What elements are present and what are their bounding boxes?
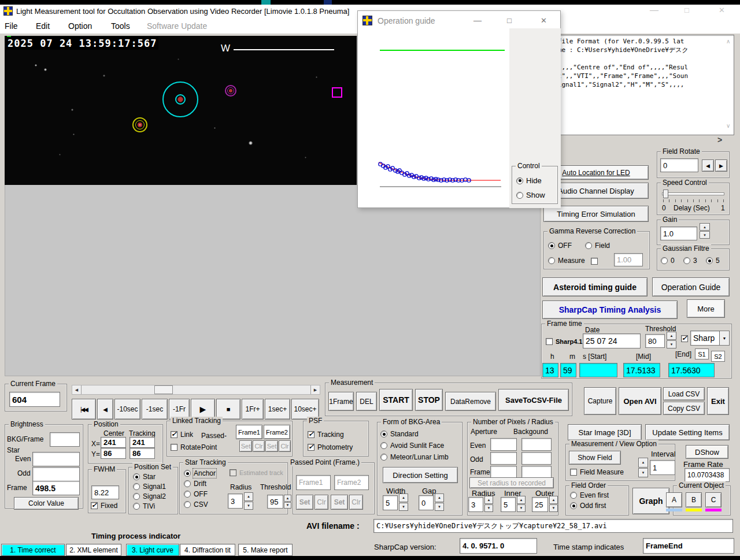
star-image-3d-button[interactable]: Star Image [3D] [568,424,642,440]
gamma-measure-radio[interactable]: Measure [548,257,585,265]
color-value-button[interactable]: Color Value [14,497,79,510]
menu-file[interactable]: File [5,21,18,31]
linked-frame2-button[interactable]: Frame2 [264,425,290,439]
spin-up-icon[interactable]: ▲ [549,496,558,504]
set-radius-recorded-button[interactable]: Set radius to recorded [469,477,554,488]
save-to-csv-button[interactable]: SaveToCSV-File [498,389,569,411]
fwhm-fixed-checkbox[interactable]: Fixed [91,502,117,510]
copy-csv-button[interactable]: Copy CSV [663,402,705,415]
video-frame[interactable]: 2025 07 24 13:59:17:567 W [5,36,357,185]
guide-maximize-icon[interactable]: □ [507,16,512,25]
position-set-star-radio[interactable]: Star [133,473,156,481]
interval-input[interactable]: 1 [650,460,675,475]
load-csv-button[interactable]: Load CSV [663,387,705,400]
bkg-meteor-limb-radio[interactable]: Meteor/Lunar Limb [380,453,449,461]
linked-frame1-button[interactable]: Frame1 [236,425,262,439]
spin-down-icon[interactable]: ▼ [284,502,291,509]
sharpcap-timing-analysis-button[interactable]: SharpCap Timing Analysis [542,301,678,319]
tracking-anchor-radio[interactable]: Anchor [184,469,216,477]
maximize-button[interactable]: □ [684,6,689,14]
spin-up-icon[interactable]: ▲ [284,495,291,502]
spin-down-icon[interactable]: ▼ [484,505,493,513]
date-input[interactable]: 25 07 24 [583,333,641,348]
gamma-value-input[interactable]: 1.00 [614,253,643,266]
fwhm-field[interactable]: 8.22 [91,485,119,499]
object-c-button[interactable]: C [705,492,722,507]
data-remove-button[interactable]: DataRemove [445,392,496,411]
update-setting-items-button[interactable]: Update Setting Items [645,424,730,440]
sharp41-checkbox[interactable]: Sharp4.1 [546,338,582,345]
seek-left-arrow[interactable]: ◀ [72,385,82,394]
graph-button[interactable]: Graph [632,488,669,514]
log-scroll-right-icon[interactable]: > [717,135,722,144]
field-rotate-input[interactable]: 0 [660,158,698,172]
minimize-button[interactable]: — [650,5,658,14]
psf-tracking-checkbox[interactable]: Tracking [308,431,344,439]
even-first-radio[interactable]: Even first [570,491,609,499]
gain-input[interactable]: 1.0 [660,227,697,240]
gamma-field-radio[interactable]: Field [585,242,610,250]
plus-1sec-button[interactable]: 1sec+ [265,399,290,420]
link-checkbox[interactable]: Link [171,431,193,439]
guide-close-icon[interactable]: ✕ [541,16,547,25]
tab-make-report[interactable]: 5. Make report [238,544,293,556]
field-rotate-right-button[interactable]: ▶ [715,160,727,172]
position-set-tivi-radio[interactable]: TIVi [133,502,155,510]
guide-minimize-icon[interactable]: — [473,16,482,25]
passed-clr2-button[interactable]: Clr [349,495,363,510]
speed-slider-track[interactable] [662,192,724,195]
passed-set2-button[interactable]: Set [331,495,348,510]
bkg-frame-field[interactable] [50,432,80,447]
spin-down-icon[interactable]: ▼ [435,503,444,511]
speed-slider-thumb[interactable] [663,190,668,198]
tracking-off-radio[interactable]: OFF [184,490,208,498]
hour-field[interactable]: 13 [542,363,558,377]
spin-up-icon[interactable]: ▲ [517,496,526,504]
skip-start-button[interactable]: |◀◀ [72,399,96,420]
spin-up-icon[interactable]: ▲ [667,332,676,340]
tracking-csv-radio[interactable]: CSV [184,500,208,509]
guide-show-radio[interactable]: Show [516,191,545,199]
bkg-standard-radio[interactable]: Standard [380,430,419,438]
asteroid-timing-guide-button[interactable]: Asteroid timing guide [542,277,648,296]
minus-10sec-button[interactable]: -10sec [114,399,140,420]
odd-first-radio[interactable]: Odd first [570,502,606,510]
linked-set1-button[interactable]: Set [239,440,252,452]
menu-edit[interactable]: Edit [36,21,50,31]
operation-guide-window[interactable]: Operation guide — □ ✕ Control Hide Show [357,10,561,208]
show-field-button[interactable]: Show Field [569,451,621,465]
measure-del-button[interactable]: DEL [356,392,377,411]
log-scroll-up-icon[interactable]: ∧ [726,38,730,44]
spin-up-icon[interactable]: ▲ [399,494,408,502]
spin-up-icon[interactable]: ▲ [638,458,648,468]
tab-time-correct[interactable]: 1. Time correct [1,544,65,556]
tab-light-curve[interactable]: 3. Light curve [126,544,179,556]
current-frame-input[interactable]: 604 [9,392,60,407]
inner-input[interactable]: 5 [501,497,516,512]
spin-up-icon[interactable]: ▲ [484,496,493,504]
measure-start-button[interactable]: START [379,389,413,411]
mid-seconds-field[interactable]: 17.5133 [623,363,660,377]
psf-photometry-checkbox[interactable]: Photometry [308,443,353,451]
spin-down-icon[interactable]: ▼ [244,502,253,510]
bkg-avoid-sunlit-radio[interactable]: Avoid Sunlit Face [380,442,444,450]
tracking-threshold-input[interactable]: 95 [267,495,283,509]
plus-1frame-button[interactable]: 1Fr+ [242,399,264,420]
close-button[interactable]: ✕ [719,6,725,14]
estimated-track-checkbox[interactable]: Estimated track [230,469,283,476]
dshow-button[interactable]: DShow [686,445,728,459]
field-measure-checkbox[interactable]: Field Measure [570,468,624,476]
guide-hide-radio[interactable]: Hide [516,176,542,185]
capture-button[interactable]: Capture [584,387,616,415]
open-avi-button[interactable]: Open AVI [619,387,661,415]
measure-stop-button[interactable]: STOP [415,389,443,411]
rotate-checkbox[interactable]: Rotate [171,443,201,451]
tab-xml-element[interactable]: 2. XML element [66,544,121,556]
spin-down-icon[interactable]: ▼ [638,468,648,478]
menu-tools[interactable]: Tools [111,21,130,31]
passed-frame1-field[interactable]: Frame1 [296,475,331,490]
gaussian-3-radio[interactable]: 3 [683,257,697,265]
linked-clr2-button[interactable]: Clr [279,440,291,452]
log-textbox[interactable]: ie File Format (for Ver.0.9.99.5 lat eNa… [543,35,734,135]
start-seconds-field[interactable] [579,363,617,377]
